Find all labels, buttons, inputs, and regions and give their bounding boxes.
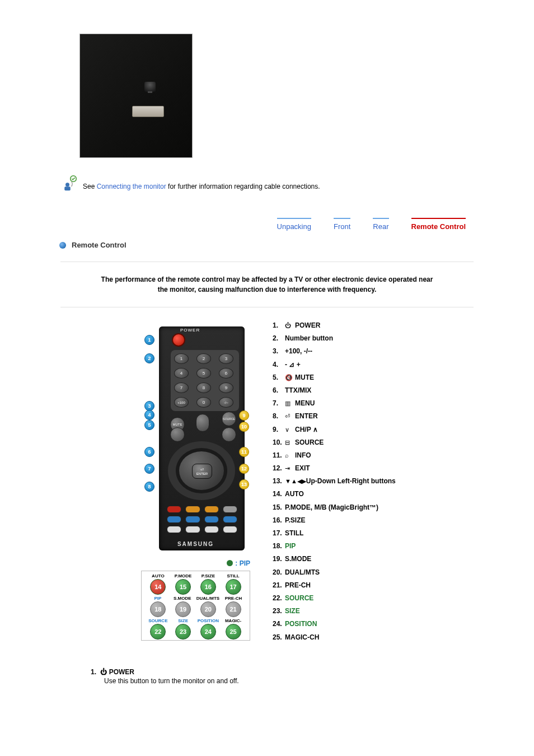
list-item: 15.P.MODE, M/B (MagicBright™) xyxy=(273,503,477,512)
detail-circle: 16 xyxy=(200,579,216,595)
list-item: 17.STILL xyxy=(273,529,477,538)
list-item-icon: ⏎ xyxy=(285,412,295,421)
detail-circle: 17 xyxy=(226,579,241,595)
list-item: 10.⊟ SOURCE xyxy=(273,438,477,447)
detail-circle: 25 xyxy=(226,624,241,640)
list-item-number: 5. xyxy=(273,373,285,382)
list-item-number: 3. xyxy=(273,347,285,356)
list-item: 4.- ⊿ + xyxy=(273,360,477,369)
list-item-icon: ⏻ xyxy=(285,321,295,330)
list-item-number: 10. xyxy=(273,438,285,447)
bullet-icon xyxy=(59,242,66,249)
list-item-number: 22. xyxy=(273,594,285,603)
connecting-monitor-link[interactable]: Connecting the monitor xyxy=(97,183,166,190)
list-item-label: - ⊿ + xyxy=(285,361,301,368)
list-item-number: 17. xyxy=(273,529,285,538)
detail-lbl: STILL xyxy=(222,573,244,578)
detail-lbl: PRE-CH xyxy=(223,596,244,601)
list-item-number: 19. xyxy=(273,554,285,563)
list-item-number: 15. xyxy=(273,503,285,512)
footer-description: 1. ⏻ POWER Use this button to turn the m… xyxy=(91,668,477,685)
list-item-label: MENU xyxy=(295,399,315,407)
detail-circle: 21 xyxy=(226,601,241,617)
callout-7: 7 xyxy=(144,464,154,474)
list-item-label: Number button xyxy=(285,334,333,342)
button-list: 1.⏻ POWER2.Number button3.+100, -/--4.- … xyxy=(273,321,477,646)
pip-legend: : PIP xyxy=(141,559,250,567)
person-check-icon xyxy=(62,175,77,192)
detail-lbl: DUAL/MTS xyxy=(196,596,219,601)
list-item: 7.▥ MENU xyxy=(273,399,477,408)
callout-2: 2 xyxy=(144,353,154,363)
list-item: 25.MAGIC-CH xyxy=(273,633,477,642)
list-item-label: EXIT xyxy=(295,464,310,472)
list-item-icon: ⊟ xyxy=(285,438,295,447)
list-item-number: 4. xyxy=(273,360,285,369)
tab-rear[interactable]: Rear xyxy=(373,222,388,231)
list-item-label: TTX/MIX xyxy=(285,386,311,394)
list-item-number: 23. xyxy=(273,606,285,615)
list-item: 22.SOURCE xyxy=(273,594,477,603)
list-item: 5.🔇 MUTE xyxy=(273,373,477,382)
footer-title: POWER xyxy=(109,668,134,676)
list-item-label[interactable]: SIZE xyxy=(285,607,300,615)
list-item-label: S.MODE xyxy=(285,555,311,563)
list-item-label: P.SIZE xyxy=(285,516,305,524)
callout-4: 4 xyxy=(144,410,154,420)
warning-line2: the monitor, causing malfunction due to … xyxy=(158,286,377,293)
list-item-label[interactable]: SOURCE xyxy=(285,594,313,602)
callout-11: 11 xyxy=(239,447,249,457)
list-item: 23.SIZE xyxy=(273,606,477,615)
warning-line1: The performance of the remote control ma… xyxy=(101,276,433,283)
callout-13: 13 xyxy=(239,479,249,489)
pip-legend-text: : PIP xyxy=(235,559,250,567)
list-item: 13.▼▲◀▶ Up-Down Left-Right buttons xyxy=(273,477,477,486)
detail-circle: 15 xyxy=(175,579,191,595)
section-title: Remote Control xyxy=(72,241,127,249)
remote-detail-illustration: AUTO P.MODE P.SIZE STILL 14 15 16 17 PIP… xyxy=(141,571,250,641)
list-item-label: PRE-CH xyxy=(285,581,311,589)
list-item-label[interactable]: POSITION xyxy=(285,620,317,628)
detail-circle: 14 xyxy=(150,579,166,595)
list-item: 14.AUTO xyxy=(273,489,477,498)
remote-brand: SAMSUNG xyxy=(141,541,250,547)
info-prefix: See xyxy=(83,183,97,190)
list-item-number: 9. xyxy=(273,425,285,434)
callout-10: 10 xyxy=(239,422,249,432)
callout-6: 6 xyxy=(144,447,154,457)
list-item-number: 1. xyxy=(273,321,285,330)
list-item-number: 13. xyxy=(273,477,285,486)
remote-illustration: POWER 123 456 789 +1000-/-- MUTE SOURCE xyxy=(141,321,250,556)
footer-num: 1. xyxy=(91,668,99,676)
tab-remote-control[interactable]: Remote Control xyxy=(411,222,466,231)
list-item-label: MAGIC-CH xyxy=(285,633,319,641)
list-item-label[interactable]: PIP xyxy=(285,542,296,550)
detail-circle: 23 xyxy=(175,624,191,640)
list-item-number: 21. xyxy=(273,581,285,590)
list-item: 11.⌕ INFO xyxy=(273,451,477,460)
list-item-icon: 🔇 xyxy=(285,374,295,382)
list-item-label: SOURCE xyxy=(295,438,324,446)
list-item-label: P.MODE, M/B (MagicBright™) xyxy=(285,503,378,511)
list-item-number: 11. xyxy=(273,451,285,460)
list-item: 18.PIP xyxy=(273,542,477,550)
list-item: 20.DUAL/MTS xyxy=(273,568,477,577)
list-item-label: ENTER xyxy=(295,412,318,420)
tab-unpacking[interactable]: Unpacking xyxy=(277,222,311,231)
info-text: See Connecting the monitor for further i… xyxy=(83,183,320,192)
list-item-number: 6. xyxy=(273,386,285,395)
list-item: 3.+100, -/-- xyxy=(273,347,477,356)
detail-circle: 20 xyxy=(200,601,216,617)
list-item-label: +100, -/-- xyxy=(285,347,312,355)
callout-5: 5 xyxy=(144,420,154,430)
list-item-label: MUTE xyxy=(295,374,314,381)
list-item-number: 24. xyxy=(273,619,285,628)
tab-front[interactable]: Front xyxy=(334,222,350,231)
list-item: 9.∨ CH/P ∧ xyxy=(273,425,477,434)
svg-rect-1 xyxy=(64,186,71,190)
remote-column: POWER 123 456 789 +1000-/-- MUTE SOURCE xyxy=(141,321,250,646)
list-item: 6.TTX/MIX xyxy=(273,386,477,395)
divider xyxy=(60,262,474,262)
list-item-number: 8. xyxy=(273,412,285,421)
list-item-label: CH/P ∧ xyxy=(295,426,318,433)
